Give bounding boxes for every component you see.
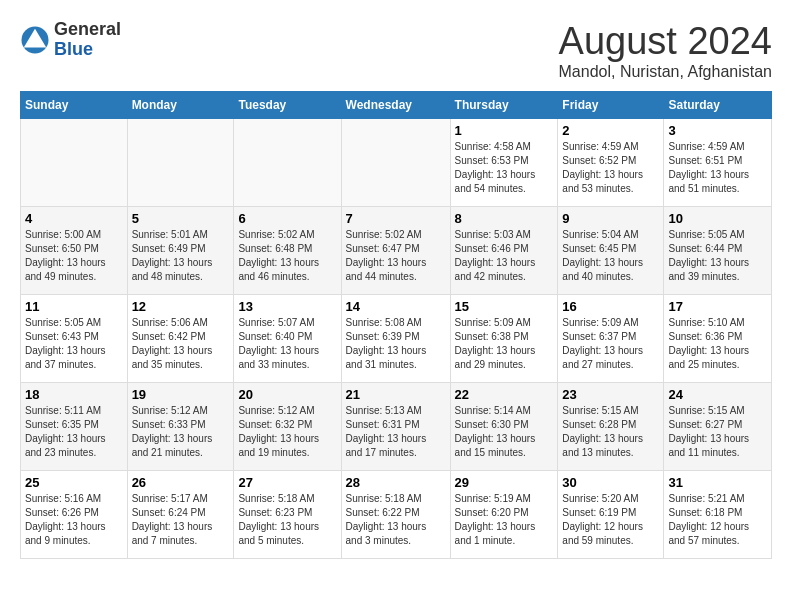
day-number: 17 (668, 299, 767, 314)
day-number: 31 (668, 475, 767, 490)
cell-content: Sunrise: 5:11 AM Sunset: 6:35 PM Dayligh… (25, 404, 123, 460)
day-number: 5 (132, 211, 230, 226)
calendar-cell: 24Sunrise: 5:15 AM Sunset: 6:27 PM Dayli… (664, 383, 772, 471)
cell-content: Sunrise: 5:17 AM Sunset: 6:24 PM Dayligh… (132, 492, 230, 548)
cell-content: Sunrise: 5:03 AM Sunset: 6:46 PM Dayligh… (455, 228, 554, 284)
cell-content: Sunrise: 5:14 AM Sunset: 6:30 PM Dayligh… (455, 404, 554, 460)
page-header: General Blue August 2024 Mandol, Nurista… (20, 20, 772, 81)
calendar-cell: 14Sunrise: 5:08 AM Sunset: 6:39 PM Dayli… (341, 295, 450, 383)
cell-content: Sunrise: 5:18 AM Sunset: 6:23 PM Dayligh… (238, 492, 336, 548)
day-number: 15 (455, 299, 554, 314)
cell-content: Sunrise: 5:21 AM Sunset: 6:18 PM Dayligh… (668, 492, 767, 548)
day-number: 14 (346, 299, 446, 314)
day-number: 16 (562, 299, 659, 314)
cell-content: Sunrise: 5:09 AM Sunset: 6:37 PM Dayligh… (562, 316, 659, 372)
cell-content: Sunrise: 5:12 AM Sunset: 6:33 PM Dayligh… (132, 404, 230, 460)
title-block: August 2024 Mandol, Nuristan, Afghanista… (559, 20, 772, 81)
calendar-cell: 15Sunrise: 5:09 AM Sunset: 6:38 PM Dayli… (450, 295, 558, 383)
cell-content: Sunrise: 5:20 AM Sunset: 6:19 PM Dayligh… (562, 492, 659, 548)
cell-content: Sunrise: 5:06 AM Sunset: 6:42 PM Dayligh… (132, 316, 230, 372)
day-number: 9 (562, 211, 659, 226)
calendar-cell: 4Sunrise: 5:00 AM Sunset: 6:50 PM Daylig… (21, 207, 128, 295)
day-number: 19 (132, 387, 230, 402)
calendar-cell: 30Sunrise: 5:20 AM Sunset: 6:19 PM Dayli… (558, 471, 664, 559)
calendar-cell: 6Sunrise: 5:02 AM Sunset: 6:48 PM Daylig… (234, 207, 341, 295)
cell-content: Sunrise: 5:18 AM Sunset: 6:22 PM Dayligh… (346, 492, 446, 548)
calendar-cell: 12Sunrise: 5:06 AM Sunset: 6:42 PM Dayli… (127, 295, 234, 383)
calendar-cell: 20Sunrise: 5:12 AM Sunset: 6:32 PM Dayli… (234, 383, 341, 471)
calendar-day-header: Saturday (664, 92, 772, 119)
calendar-cell: 16Sunrise: 5:09 AM Sunset: 6:37 PM Dayli… (558, 295, 664, 383)
calendar-cell: 13Sunrise: 5:07 AM Sunset: 6:40 PM Dayli… (234, 295, 341, 383)
cell-content: Sunrise: 5:05 AM Sunset: 6:44 PM Dayligh… (668, 228, 767, 284)
day-number: 6 (238, 211, 336, 226)
calendar-day-header: Monday (127, 92, 234, 119)
cell-content: Sunrise: 5:07 AM Sunset: 6:40 PM Dayligh… (238, 316, 336, 372)
calendar-cell: 1Sunrise: 4:58 AM Sunset: 6:53 PM Daylig… (450, 119, 558, 207)
day-number: 27 (238, 475, 336, 490)
day-number: 20 (238, 387, 336, 402)
cell-content: Sunrise: 5:01 AM Sunset: 6:49 PM Dayligh… (132, 228, 230, 284)
cell-content: Sunrise: 5:09 AM Sunset: 6:38 PM Dayligh… (455, 316, 554, 372)
calendar-week-row: 25Sunrise: 5:16 AM Sunset: 6:26 PM Dayli… (21, 471, 772, 559)
calendar-cell: 19Sunrise: 5:12 AM Sunset: 6:33 PM Dayli… (127, 383, 234, 471)
month-title: August 2024 (559, 20, 772, 63)
day-number: 13 (238, 299, 336, 314)
day-number: 8 (455, 211, 554, 226)
calendar-cell: 3Sunrise: 4:59 AM Sunset: 6:51 PM Daylig… (664, 119, 772, 207)
cell-content: Sunrise: 5:10 AM Sunset: 6:36 PM Dayligh… (668, 316, 767, 372)
logo-text: General Blue (54, 20, 121, 60)
calendar-week-row: 18Sunrise: 5:11 AM Sunset: 6:35 PM Dayli… (21, 383, 772, 471)
day-number: 12 (132, 299, 230, 314)
calendar-table: SundayMondayTuesdayWednesdayThursdayFrid… (20, 91, 772, 559)
calendar-day-header: Sunday (21, 92, 128, 119)
day-number: 26 (132, 475, 230, 490)
day-number: 24 (668, 387, 767, 402)
cell-content: Sunrise: 5:00 AM Sunset: 6:50 PM Dayligh… (25, 228, 123, 284)
cell-content: Sunrise: 5:15 AM Sunset: 6:27 PM Dayligh… (668, 404, 767, 460)
day-number: 1 (455, 123, 554, 138)
cell-content: Sunrise: 5:04 AM Sunset: 6:45 PM Dayligh… (562, 228, 659, 284)
calendar-cell: 2Sunrise: 4:59 AM Sunset: 6:52 PM Daylig… (558, 119, 664, 207)
calendar-cell: 21Sunrise: 5:13 AM Sunset: 6:31 PM Dayli… (341, 383, 450, 471)
calendar-cell: 26Sunrise: 5:17 AM Sunset: 6:24 PM Dayli… (127, 471, 234, 559)
cell-content: Sunrise: 5:19 AM Sunset: 6:20 PM Dayligh… (455, 492, 554, 548)
logo-general: General (54, 19, 121, 39)
cell-content: Sunrise: 5:02 AM Sunset: 6:48 PM Dayligh… (238, 228, 336, 284)
calendar-cell (234, 119, 341, 207)
day-number: 28 (346, 475, 446, 490)
logo-icon (20, 25, 50, 55)
day-number: 21 (346, 387, 446, 402)
cell-content: Sunrise: 4:58 AM Sunset: 6:53 PM Dayligh… (455, 140, 554, 196)
calendar-cell: 17Sunrise: 5:10 AM Sunset: 6:36 PM Dayli… (664, 295, 772, 383)
calendar-day-header: Tuesday (234, 92, 341, 119)
calendar-cell (341, 119, 450, 207)
calendar-cell (21, 119, 128, 207)
cell-content: Sunrise: 5:02 AM Sunset: 6:47 PM Dayligh… (346, 228, 446, 284)
cell-content: Sunrise: 5:13 AM Sunset: 6:31 PM Dayligh… (346, 404, 446, 460)
calendar-header-row: SundayMondayTuesdayWednesdayThursdayFrid… (21, 92, 772, 119)
cell-content: Sunrise: 5:08 AM Sunset: 6:39 PM Dayligh… (346, 316, 446, 372)
calendar-day-header: Friday (558, 92, 664, 119)
calendar-cell: 8Sunrise: 5:03 AM Sunset: 6:46 PM Daylig… (450, 207, 558, 295)
calendar-week-row: 1Sunrise: 4:58 AM Sunset: 6:53 PM Daylig… (21, 119, 772, 207)
location-subtitle: Mandol, Nuristan, Afghanistan (559, 63, 772, 81)
calendar-cell: 23Sunrise: 5:15 AM Sunset: 6:28 PM Dayli… (558, 383, 664, 471)
calendar-day-header: Thursday (450, 92, 558, 119)
calendar-cell: 31Sunrise: 5:21 AM Sunset: 6:18 PM Dayli… (664, 471, 772, 559)
calendar-cell: 25Sunrise: 5:16 AM Sunset: 6:26 PM Dayli… (21, 471, 128, 559)
cell-content: Sunrise: 5:15 AM Sunset: 6:28 PM Dayligh… (562, 404, 659, 460)
calendar-cell: 9Sunrise: 5:04 AM Sunset: 6:45 PM Daylig… (558, 207, 664, 295)
calendar-week-row: 11Sunrise: 5:05 AM Sunset: 6:43 PM Dayli… (21, 295, 772, 383)
cell-content: Sunrise: 4:59 AM Sunset: 6:51 PM Dayligh… (668, 140, 767, 196)
day-number: 23 (562, 387, 659, 402)
cell-content: Sunrise: 5:16 AM Sunset: 6:26 PM Dayligh… (25, 492, 123, 548)
calendar-cell (127, 119, 234, 207)
logo: General Blue (20, 20, 121, 60)
calendar-cell: 27Sunrise: 5:18 AM Sunset: 6:23 PM Dayli… (234, 471, 341, 559)
day-number: 29 (455, 475, 554, 490)
calendar-cell: 7Sunrise: 5:02 AM Sunset: 6:47 PM Daylig… (341, 207, 450, 295)
day-number: 25 (25, 475, 123, 490)
calendar-cell: 5Sunrise: 5:01 AM Sunset: 6:49 PM Daylig… (127, 207, 234, 295)
day-number: 10 (668, 211, 767, 226)
